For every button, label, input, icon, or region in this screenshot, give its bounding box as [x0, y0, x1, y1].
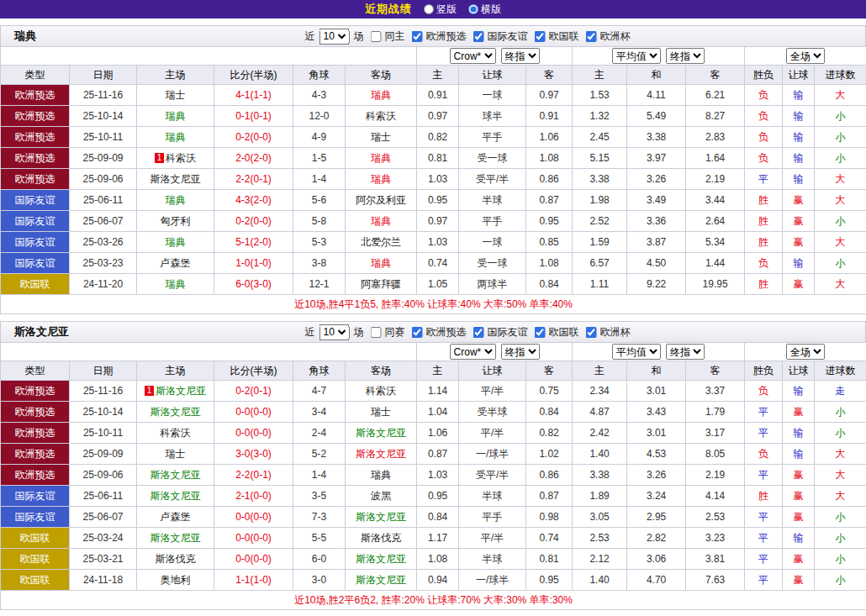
competition-checkbox[interactable] — [473, 327, 484, 338]
home-team-name: 瑞典 — [166, 131, 186, 143]
euro-home-odds: 1.89 — [573, 486, 627, 507]
bookmaker-select[interactable]: Crow* — [450, 344, 496, 360]
layout-radio[interactable] — [424, 4, 434, 14]
asian-away-odds: 0.85 — [526, 232, 573, 253]
match-row: 欧洲预选25-10-11瑞典0-2(0-0)4-9瑞士0.82平手1.062.4… — [1, 127, 866, 148]
euro-source-select[interactable]: 平均值 — [612, 48, 661, 64]
score-halftime: 0-1(0-1) — [214, 106, 293, 127]
asian-away-odds: 0.87 — [526, 190, 573, 211]
scope-select[interactable]: 全场 — [786, 48, 825, 64]
away-team-cell: 瑞士 — [346, 402, 417, 423]
column-header: 日期 — [70, 66, 137, 85]
euro-home-odds: 2.53 — [573, 528, 627, 549]
result-outcome: 负 — [745, 106, 783, 127]
competition-checkbox[interactable] — [535, 327, 546, 338]
layout-option-vertical[interactable]: 竖版 — [424, 3, 457, 17]
bookmaker-select[interactable]: Crow* — [450, 48, 496, 64]
layout-radio[interactable] — [468, 4, 478, 14]
asian-handicap: 平/半 — [459, 381, 526, 402]
section-team-title: 瑞典 — [14, 29, 36, 44]
euro-away-odds: 1.79 — [686, 402, 745, 423]
result-scope-controls: 全场 — [745, 47, 866, 66]
home-team-cell: 斯洛文尼亚 — [137, 486, 214, 507]
euro-draw-odds: 3.87 — [627, 232, 686, 253]
competition-label: 欧国联 — [549, 29, 579, 44]
team-section: 瑞典近10场同主欧洲预选国际友谊欧国联欧洲杯Crow*终指平均值终指全场类型日期… — [0, 25, 866, 314]
match-type-badge: 欧洲预选 — [1, 381, 70, 402]
asian-stage-select[interactable]: 终指 — [501, 344, 540, 360]
euro-source-select[interactable]: 平均值 — [612, 344, 661, 360]
euro-stage-select[interactable]: 终指 — [666, 48, 705, 64]
away-team-name: 阿塞拜疆 — [361, 278, 401, 290]
competition-label: 欧洲杯 — [600, 29, 631, 44]
asian-away-odds: 0.98 — [526, 507, 573, 528]
handicap-outcome: 赢 — [783, 549, 815, 570]
away-team-cell: 斯洛文尼亚 — [346, 423, 417, 444]
home-team-cell: 斯洛伐克 — [137, 549, 214, 570]
corner-count: 6-0 — [293, 549, 346, 570]
scope-select[interactable]: 全场 — [786, 344, 825, 360]
match-date: 25-09-06 — [70, 169, 137, 190]
competition-checkbox[interactable] — [586, 327, 597, 338]
handicap-outcome: 赢 — [783, 570, 815, 591]
home-team-name: 斯洛文尼亚 — [150, 469, 201, 481]
euro-away-odds: 2.83 — [686, 127, 745, 148]
asian-home-odds: 0.94 — [417, 570, 459, 591]
rank-badge: 1 — [145, 386, 154, 396]
competition-checkbox[interactable] — [535, 31, 546, 42]
euro-draw-odds: 3.24 — [627, 486, 686, 507]
same-condition-checkbox[interactable] — [371, 31, 382, 42]
matches-label: 场 — [354, 325, 364, 340]
goals-outcome: 小 — [815, 253, 866, 274]
away-team-cell: 瑞士 — [346, 127, 417, 148]
euro-home-odds: 6.57 — [573, 253, 627, 274]
euro-stage-select[interactable]: 终指 — [666, 344, 705, 360]
score-halftime: 4-1(1-1) — [214, 85, 293, 106]
away-team-cell: 斯洛文尼亚 — [346, 444, 417, 465]
away-team-cell: 斯洛文尼亚 — [346, 507, 417, 528]
asian-handicap: 一/球半 — [459, 444, 526, 465]
column-header: 客 — [686, 361, 745, 381]
summary-text: 近10场,胜2平6负2, 胜率:20% 让球率:70% 大率:30% 单率:30… — [1, 591, 866, 610]
asian-handicap: 受平/半 — [459, 169, 526, 190]
competition-checkbox[interactable] — [473, 31, 484, 42]
column-header: 主场 — [137, 66, 214, 85]
layout-option-horizontal[interactable]: 横版 — [468, 3, 501, 17]
recent-count-select[interactable]: 10 — [319, 29, 350, 45]
asian-home-odds: 0.84 — [417, 507, 459, 528]
column-header: 胜负 — [745, 361, 783, 381]
match-date: 25-03-23 — [70, 253, 137, 274]
asian-home-odds: 1.04 — [417, 402, 459, 423]
result-outcome: 平 — [745, 423, 783, 444]
section-team-title: 斯洛文尼亚 — [14, 324, 69, 340]
recent-count-select[interactable]: 10 — [319, 324, 350, 340]
match-date: 25-03-26 — [70, 232, 137, 253]
handicap-outcome: 赢 — [783, 507, 815, 528]
handicap-outcome: 赢 — [783, 274, 815, 295]
result-scope-controls: 全场 — [745, 343, 866, 361]
asian-away-odds: 0.81 — [526, 549, 573, 570]
match-row: 欧洲预选25-10-11科索沃0-0(0-0)2-4斯洛文尼亚1.06平/半0.… — [1, 423, 866, 444]
asian-handicap: 受半球 — [459, 402, 526, 423]
match-date: 25-10-14 — [70, 106, 137, 127]
asian-stage-select[interactable]: 终指 — [501, 48, 540, 64]
competition-checkbox[interactable] — [586, 31, 597, 42]
result-outcome: 平 — [745, 570, 783, 591]
asian-handicap: 两球半 — [459, 274, 526, 295]
home-team-name: 瑞典 — [166, 194, 186, 206]
euro-draw-odds: 5.49 — [627, 106, 686, 127]
competition-checkbox[interactable] — [412, 327, 423, 338]
euro-draw-odds: 2.95 — [627, 507, 686, 528]
same-condition-checkbox[interactable] — [371, 327, 382, 338]
column-header: 类型 — [1, 361, 70, 381]
asian-away-odds: 0.74 — [526, 528, 573, 549]
corner-count: 1-4 — [293, 465, 346, 486]
asian-away-odds: 0.84 — [526, 402, 573, 423]
column-header: 客 — [686, 66, 745, 85]
asian-handicap: 平/半 — [459, 423, 526, 444]
goals-outcome: 小 — [815, 507, 866, 528]
column-header: 类型 — [1, 66, 70, 85]
competition-checkbox[interactable] — [412, 31, 423, 42]
euro-draw-odds: 3.26 — [627, 465, 686, 486]
goals-outcome: 小 — [815, 211, 866, 232]
